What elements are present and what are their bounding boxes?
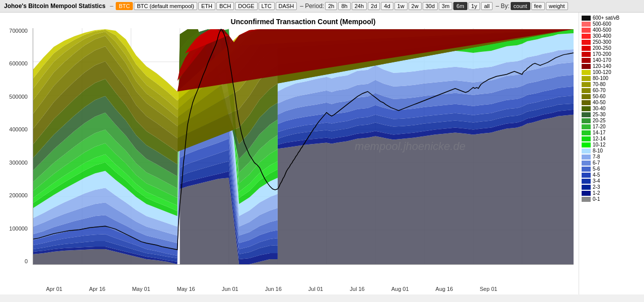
legend-item: 250-300	[582, 39, 641, 45]
coin-btn-bch[interactable]: BCH	[216, 2, 234, 10]
legend-label: 4-5	[593, 172, 600, 178]
period-24h[interactable]: 24h	[352, 2, 367, 10]
legend-item: 200-250	[582, 45, 641, 51]
legend-label: 7-8	[593, 154, 600, 160]
legend-color	[582, 136, 591, 141]
legend-label: 6-7	[593, 160, 600, 166]
legend-item: 30-40	[582, 106, 641, 111]
legend-label: 20-25	[593, 118, 606, 123]
legend-item: 600+ sat/vB	[582, 15, 641, 21]
legend-color	[582, 112, 591, 117]
legend-label: 70-80	[593, 82, 606, 87]
legend-label: 8-10	[593, 148, 603, 154]
legend-color	[582, 118, 591, 123]
legend-color	[582, 64, 591, 69]
legend-color	[582, 88, 591, 93]
legend-item: 8-10	[582, 148, 641, 154]
legend-color	[582, 76, 591, 81]
legend-item: 6-7	[582, 160, 641, 166]
legend-item: 400-500	[582, 27, 641, 33]
legend-color	[582, 46, 591, 51]
legend-label: 2-3	[593, 184, 600, 190]
legend-color	[582, 106, 591, 111]
legend-label: 50-60	[593, 94, 606, 99]
legend-label: 120-140	[593, 63, 611, 69]
legend-label: 1-2	[593, 190, 600, 196]
legend-color	[582, 130, 591, 135]
legend-item: 5-6	[582, 166, 641, 172]
coin-btn-doge[interactable]: DOGE	[235, 2, 257, 10]
period-4d[interactable]: 4d	[381, 2, 393, 10]
legend-label: 40-50	[593, 100, 606, 105]
legend-color	[582, 179, 591, 184]
coin-btn-btc-default[interactable]: BTC (default mempool)	[134, 2, 197, 10]
legend-item: 17-20	[582, 124, 641, 129]
legend-color	[582, 100, 591, 105]
site-title: Johoe's Bitcoin Mempool Statistics	[4, 3, 106, 10]
legend-item: 300-400	[582, 33, 641, 39]
legend: 600+ sat/vB500-600400-500300-400250-3002…	[579, 13, 644, 294]
legend-item: 100-120	[582, 69, 641, 75]
legend-item: 14-17	[582, 130, 641, 135]
legend-color	[582, 58, 591, 63]
by-fee[interactable]: fee	[531, 2, 545, 10]
legend-label: 300-400	[593, 33, 611, 39]
legend-label: 60-70	[593, 88, 606, 93]
legend-item: 0-1	[582, 196, 641, 202]
period-6m[interactable]: 6m	[453, 2, 467, 10]
legend-label: 140-170	[593, 57, 611, 63]
legend-label: 250-300	[593, 39, 611, 45]
coin-btn-btc[interactable]: BTC	[116, 2, 133, 10]
legend-color	[582, 173, 591, 178]
by-label: – By:	[496, 3, 509, 10]
legend-label: 12-14	[593, 136, 606, 141]
legend-item: 12-14	[582, 136, 641, 141]
period-1y[interactable]: 1y	[468, 2, 480, 10]
legend-label: 30-40	[593, 106, 606, 111]
chart-svg	[33, 28, 574, 264]
coin-btn-ltc[interactable]: LTC	[259, 2, 275, 10]
legend-color	[582, 40, 591, 45]
legend-label: 100-120	[593, 69, 611, 75]
period-3m[interactable]: 3m	[439, 2, 452, 10]
period-label: – Period:	[300, 3, 324, 10]
legend-color	[582, 185, 591, 190]
by-weight[interactable]: weight	[546, 2, 568, 10]
legend-color	[582, 52, 591, 57]
period-2d[interactable]: 2d	[368, 2, 380, 10]
legend-label: 200-250	[593, 45, 611, 51]
legend-item: 170-200	[582, 51, 641, 57]
legend-label: 600+ sat/vB	[593, 15, 619, 21]
legend-item: 60-70	[582, 88, 641, 93]
coin-btn-dash[interactable]: DASH	[276, 2, 297, 10]
period-30d[interactable]: 30d	[423, 2, 438, 10]
period-2h[interactable]: 2h	[325, 2, 337, 10]
chart-container: mempool.jhoenicke.de	[33, 28, 574, 265]
legend-color	[582, 161, 591, 166]
legend-color	[582, 155, 591, 160]
period-2w[interactable]: 2w	[409, 2, 422, 10]
legend-color	[582, 191, 591, 196]
legend-item: 3-4	[582, 178, 641, 184]
legend-item: 120-140	[582, 63, 641, 69]
coin-btn-eth[interactable]: ETH	[198, 2, 215, 10]
period-1w[interactable]: 1w	[394, 2, 408, 10]
legend-color	[582, 82, 591, 87]
legend-label: 5-6	[593, 166, 600, 172]
legend-item: 7-8	[582, 154, 641, 160]
legend-label: 500-600	[593, 21, 611, 27]
legend-label: 14-17	[593, 130, 606, 135]
by-count[interactable]: count	[511, 2, 530, 10]
legend-item: 500-600	[582, 21, 641, 27]
legend-item: 50-60	[582, 94, 641, 99]
period-8h[interactable]: 8h	[338, 2, 350, 10]
legend-color	[582, 34, 591, 39]
legend-item: 4-5	[582, 172, 641, 178]
period-all[interactable]: all	[481, 2, 493, 10]
legend-color	[582, 16, 591, 21]
legend-item: 10-12	[582, 142, 641, 147]
legend-color	[582, 167, 591, 172]
legend-label: 170-200	[593, 51, 611, 57]
main-content: Unconfirmed Transaction Count (Mempool) …	[0, 13, 644, 294]
legend-color	[582, 22, 591, 27]
